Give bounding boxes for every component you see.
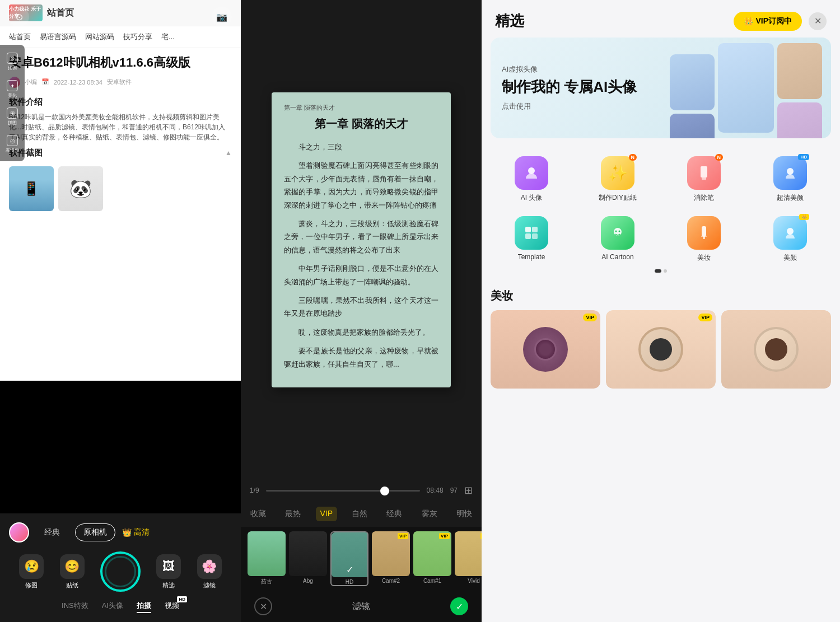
filter-cam2[interactable]: VIP Cam#2 bbox=[372, 531, 410, 586]
mode-video[interactable]: 视频 HD bbox=[165, 601, 179, 613]
close-icon: ✕ bbox=[814, 16, 822, 26]
filter-action-label: 滤镜 bbox=[352, 601, 370, 612]
filter-original[interactable]: 原相机 bbox=[75, 523, 115, 541]
tool-skin-beauty[interactable]: 👑 美颜 bbox=[749, 212, 831, 267]
eraser-pen-icon: N bbox=[687, 156, 721, 190]
tab-natural[interactable]: 自然 bbox=[347, 507, 372, 521]
filter-hd-label: 高清 bbox=[134, 527, 150, 537]
sidebar-ratio[interactable]: ⊙ 比例 bbox=[7, 49, 18, 74]
filter-hd[interactable]: 👑 高清 bbox=[122, 527, 150, 537]
filter-confirm-button[interactable]: ✓ bbox=[450, 597, 468, 615]
battery: 97 bbox=[450, 487, 458, 494]
confirm-icon: ✓ bbox=[456, 601, 463, 612]
filter-dark[interactable]: Abg bbox=[289, 531, 327, 586]
template-label: Template bbox=[518, 253, 545, 261]
new-badge: N bbox=[629, 154, 637, 161]
tab-classic[interactable]: 经典 bbox=[382, 507, 407, 521]
svg-point-14 bbox=[787, 228, 794, 235]
ai-cartoon-label: AI Cartoon bbox=[601, 253, 633, 261]
collapse-icon[interactable]: ▲ bbox=[225, 149, 232, 157]
tool-makeup[interactable]: 美妆 bbox=[663, 212, 745, 267]
eraser-pen-label: 消除笔 bbox=[694, 193, 714, 203]
pupil-3 bbox=[765, 338, 787, 361]
camera-switch-button[interactable]: 📷 bbox=[212, 7, 232, 27]
tool-hd-beauty[interactable]: HD 超清美颜 bbox=[749, 152, 831, 207]
svg-rect-6 bbox=[525, 233, 531, 239]
tab-vip[interactable]: VIP bbox=[316, 507, 338, 521]
tab-bright[interactable]: 明快 bbox=[452, 507, 477, 521]
shutter-inner bbox=[105, 556, 136, 587]
sidebar-emoji[interactable]: ◎ 表情包 bbox=[6, 132, 19, 157]
makeup-label: 美妆 bbox=[697, 253, 711, 263]
tab-saved[interactable]: 收藏 bbox=[246, 507, 270, 521]
filter-thumb-vivid bbox=[455, 531, 482, 576]
retouch-label: 修图 bbox=[25, 581, 38, 590]
skin-beauty-icon: 👑 bbox=[773, 216, 807, 250]
vip-crown-icon: 👑 bbox=[744, 17, 753, 26]
beauty-icon: ✦ bbox=[7, 80, 18, 91]
book-page: 第一章 陨落的天才 第一章 陨落的天才 斗之力，三段 望着测验魔石碑上面闪亮得甚… bbox=[272, 92, 451, 387]
layout-icon[interactable]: ⊞ bbox=[464, 484, 473, 497]
vip-button-label: VIP订阅中 bbox=[755, 16, 792, 26]
chapter-title: 第一章 陨落的天才 bbox=[284, 116, 438, 132]
ai-face-images bbox=[670, 43, 822, 138]
tool-ai-avatar[interactable]: AI 头像 bbox=[491, 152, 572, 207]
vip-subscribe-button[interactable]: 👑 VIP订阅中 bbox=[734, 12, 802, 31]
mode-photo[interactable]: 拍摄 bbox=[137, 601, 151, 613]
beauty-close-button[interactable]: ✕ bbox=[809, 12, 827, 30]
filter-teal[interactable]: 茹古 bbox=[248, 531, 286, 586]
reader-progress-bar: 1/9 08:48 97 ⊞ bbox=[241, 480, 482, 501]
sidebar-collage[interactable]: ⊞ 拼图 bbox=[7, 104, 18, 129]
filter-hd-selected[interactable]: ✓ HD bbox=[330, 531, 368, 586]
tool-filter[interactable]: 🌸 滤镜 bbox=[197, 554, 222, 590]
filter-classic[interactable]: 经典 bbox=[36, 523, 68, 541]
section-intro-body: B612咔叽是一款国内外美颜美妆全能相机软件，支持视频剪辑和图片美化...时贴纸… bbox=[0, 110, 241, 144]
featured-icon: 🖼 bbox=[156, 554, 181, 579]
tool-eraser-pen[interactable]: N 消除笔 bbox=[663, 152, 745, 207]
mode-ins[interactable]: INS特效 bbox=[62, 601, 88, 613]
svg-rect-5 bbox=[532, 227, 538, 232]
tool-retouch[interactable]: 😢 修图 bbox=[19, 554, 44, 590]
tool-sticker[interactable]: 😊 贴纸 bbox=[60, 554, 85, 590]
tool-template[interactable]: Template bbox=[491, 212, 572, 267]
eye-lens-2 bbox=[638, 327, 683, 372]
filter-vivid[interactable]: VIP Vivid bbox=[455, 531, 482, 586]
tool-featured[interactable]: 🖼 精选 bbox=[156, 554, 181, 590]
filter-thumb-dark bbox=[289, 531, 327, 576]
tool-diy-sticker[interactable]: ✨ N 制作DIY贴纸 bbox=[577, 152, 659, 207]
progress-slider[interactable] bbox=[266, 490, 420, 492]
user-avatar[interactable] bbox=[9, 522, 29, 543]
mode-ai[interactable]: AI头像 bbox=[102, 601, 123, 613]
ai-avatar-banner[interactable]: AI虚拟头像 制作我的 专属AI头像 点击使用 bbox=[491, 38, 831, 138]
camera-top-icons: ⊙ 📷 bbox=[0, 0, 241, 34]
filter-icon: 🌸 bbox=[197, 554, 222, 579]
tab-hot[interactable]: 最热 bbox=[281, 507, 305, 521]
svg-point-8 bbox=[614, 228, 622, 236]
sparkle-icon: ✨ bbox=[608, 164, 628, 183]
svg-rect-11 bbox=[702, 226, 706, 236]
filter-label-cam2: Cam#2 bbox=[372, 578, 410, 584]
hd-badge-label: HD bbox=[798, 154, 809, 160]
makeup-section-title: 美妆 bbox=[491, 288, 831, 303]
makeup-face-2 bbox=[606, 310, 716, 389]
makeup-item-3[interactable] bbox=[721, 310, 831, 389]
filter-cam1[interactable]: VIP Cam#1 bbox=[413, 531, 451, 586]
template-icon bbox=[515, 216, 548, 250]
tab-foggy[interactable]: 雾灰 bbox=[417, 507, 442, 521]
makeup-item-2[interactable]: VIP bbox=[606, 310, 716, 389]
makeup-item-1[interactable]: VIP bbox=[491, 310, 600, 389]
svg-rect-7 bbox=[532, 233, 538, 239]
ai-avatar-label: AI 头像 bbox=[521, 193, 543, 203]
more-options-button[interactable]: ⊙ bbox=[9, 7, 29, 27]
sticker-icon: 😊 bbox=[60, 554, 85, 579]
shutter-button[interactable] bbox=[100, 551, 141, 592]
ai-face-column-3 bbox=[777, 43, 822, 138]
svg-point-0 bbox=[528, 167, 535, 174]
beauty-section-title: 精选 bbox=[495, 11, 524, 31]
tool-ai-cartoon[interactable]: AI Cartoon bbox=[577, 212, 659, 267]
emoji-icon: ◎ bbox=[7, 135, 18, 146]
sidebar-beauty[interactable]: ✦ 美化 bbox=[7, 77, 18, 102]
collage-icon: ⊞ bbox=[7, 107, 18, 119]
filter-close-button[interactable]: ✕ bbox=[254, 597, 272, 615]
vip-badge-1: VIP bbox=[583, 314, 597, 321]
